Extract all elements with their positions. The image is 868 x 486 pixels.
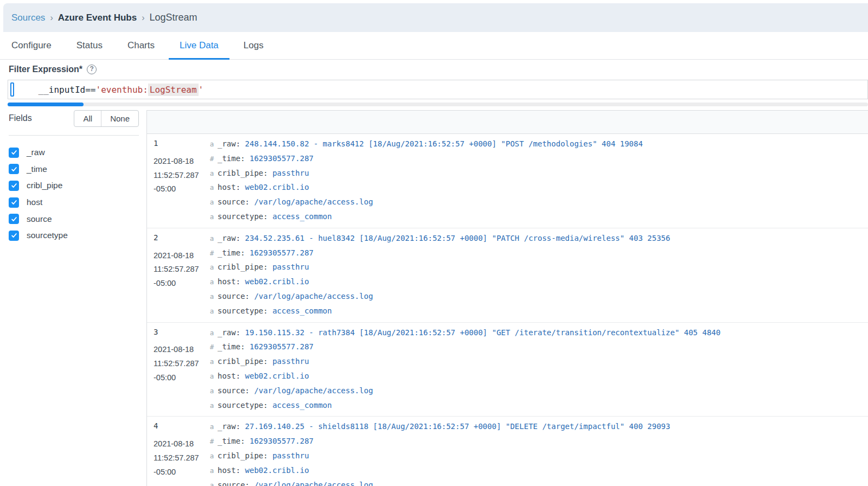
filter-expression-label: Filter Expression* <box>9 65 82 74</box>
select-none-button[interactable]: None <box>101 111 138 126</box>
string-type-icon: a <box>208 478 215 486</box>
fields-divider <box>9 135 139 136</box>
event-field-sourcetype: asourcetype: access_common <box>208 209 868 224</box>
checkbox-raw[interactable] <box>9 148 19 158</box>
event-meta: 22021-08-1811:52:57.287-05:00 <box>147 231 208 318</box>
fields-panel: Fields All None _raw_timecribl_pipehosts… <box>9 109 139 244</box>
event-list: 12021-08-1811:52:57.287-05:00a_raw: 248.… <box>147 134 868 486</box>
field-value: passthru <box>272 357 309 366</box>
event-date: 2021-08-18 <box>154 437 208 451</box>
help-icon[interactable]: ? <box>87 65 97 74</box>
tab-configure[interactable]: Configure <box>1 32 62 59</box>
checkbox-time[interactable] <box>9 164 19 174</box>
field-label-host: host <box>27 197 42 207</box>
checkbox-host[interactable] <box>9 197 19 208</box>
filter-expression-input[interactable]: __inputId=='eventhub:LogStream' <box>8 80 868 99</box>
check-icon <box>11 199 17 206</box>
field-name: host: <box>218 466 245 475</box>
event-field-host: ahost: web02.cribl.io <box>208 369 868 383</box>
breadcrumb-item-azure-event-hubs: Azure Event Hubs <box>58 12 137 23</box>
field-name: host: <box>218 183 245 191</box>
field-name: cribl_pipe: <box>218 451 272 460</box>
event-field-host: ahost: web02.cribl.io <box>208 274 868 289</box>
field-name: sourcetype: <box>218 401 272 410</box>
event-row-3[interactable]: 32021-08-1811:52:57.287-05:00a_raw: 19.1… <box>147 323 868 417</box>
breadcrumb-item-sources[interactable]: Sources <box>11 12 45 23</box>
filter-expression-highlight: LogStream <box>148 84 199 96</box>
field-name: cribl_pipe: <box>218 357 272 366</box>
events-panel: 12021-08-1811:52:57.287-05:00a_raw: 248.… <box>146 110 868 486</box>
filter-expression-string-open: 'eventhub: <box>96 85 148 95</box>
string-type-icon: a <box>208 369 215 383</box>
field-name: _raw: <box>218 139 245 148</box>
string-type-icon: a <box>208 290 215 304</box>
event-fields: a_raw: 234.52.235.61 - huel8342 [18/Aug/… <box>208 231 868 318</box>
checkbox-sourcetype[interactable] <box>9 231 19 241</box>
field-label-raw: _raw <box>27 148 45 157</box>
field-toggle-sourcetype[interactable]: sourcetype <box>9 227 139 244</box>
number-type-icon: # <box>208 434 215 449</box>
string-type-icon: a <box>208 137 215 151</box>
field-value: 19.150.115.32 - rath7384 [18/Aug/2021:16… <box>245 328 721 337</box>
tab-status[interactable]: Status <box>66 32 113 59</box>
field-toggle-time[interactable]: _time <box>9 161 139 178</box>
event-date: 2021-08-18 <box>154 249 208 263</box>
event-field-raw: a_raw: 19.150.115.32 - rath7384 [18/Aug/… <box>208 325 868 340</box>
string-type-icon: a <box>208 210 215 224</box>
capture-progress-fill <box>8 103 84 106</box>
field-name: _time: <box>218 342 250 351</box>
checkbox-cribl-pipe[interactable] <box>9 181 19 191</box>
tab-live-data[interactable]: Live Data <box>169 32 229 59</box>
event-field-cribl-pipe: acribl_pipe: passthru <box>208 449 868 463</box>
string-type-icon: a <box>208 449 215 463</box>
event-time: 11:52:57.287 <box>154 263 208 277</box>
string-type-icon: a <box>208 232 215 246</box>
breadcrumb-separator: › <box>142 13 144 23</box>
breadcrumb-separator: › <box>50 13 53 23</box>
field-value: access_common <box>272 212 332 221</box>
events-header <box>147 111 868 134</box>
event-field-time: #_time: 1629305577.287 <box>208 246 868 260</box>
tab-charts[interactable]: Charts <box>117 32 165 59</box>
field-name: cribl_pipe: <box>218 263 272 271</box>
event-date: 2021-08-18 <box>154 155 208 169</box>
event-timezone: -05:00 <box>154 371 208 385</box>
event-number: 3 <box>154 325 208 340</box>
event-row-1[interactable]: 12021-08-1811:52:57.287-05:00a_raw: 248.… <box>147 134 868 228</box>
checkbox-source[interactable] <box>9 214 19 224</box>
field-value: passthru <box>272 451 309 460</box>
field-name: source: <box>218 386 254 395</box>
event-number: 2 <box>154 231 208 245</box>
event-timezone: -05:00 <box>154 465 208 479</box>
event-meta: 12021-08-1811:52:57.287-05:00 <box>147 137 208 224</box>
event-row-4[interactable]: 42021-08-1811:52:57.287-05:00a_raw: 27.1… <box>147 417 868 486</box>
string-type-icon: a <box>208 420 215 434</box>
event-row-2[interactable]: 22021-08-1811:52:57.287-05:00a_raw: 234.… <box>147 228 868 323</box>
event-field-time: #_time: 1629305577.287 <box>208 434 868 449</box>
tab-logs[interactable]: Logs <box>233 32 275 59</box>
breadcrumb-bar: Sources›Azure Event Hubs›LogStream <box>3 3 868 32</box>
tab-bar: ConfigureStatusChartsLive DataLogs <box>0 32 868 60</box>
fields-panel-title: Fields <box>9 113 32 123</box>
field-name: source: <box>218 292 254 300</box>
field-toggle-raw[interactable]: _raw <box>9 144 139 161</box>
field-value: 1629305577.287 <box>250 342 314 351</box>
select-all-button[interactable]: All <box>74 111 101 126</box>
string-type-icon: a <box>208 195 215 209</box>
event-time: 11:52:57.287 <box>154 169 208 183</box>
field-toggle-source[interactable]: source <box>9 210 139 227</box>
field-value: 1629305577.287 <box>250 437 314 445</box>
event-timezone: -05:00 <box>154 182 208 196</box>
breadcrumb: Sources›Azure Event Hubs›LogStream <box>11 12 197 23</box>
field-value: /var/log/apache/access.log <box>254 386 373 395</box>
filter-expression-plain: __inputId== <box>39 85 96 95</box>
field-list: _raw_timecribl_pipehostsourcesourcetype <box>9 144 139 244</box>
field-name: _time: <box>218 437 250 445</box>
field-name: source: <box>218 481 254 486</box>
field-value: passthru <box>272 169 309 177</box>
event-field-cribl-pipe: acribl_pipe: passthru <box>208 354 868 369</box>
field-value: /var/log/apache/access.log <box>254 292 373 300</box>
string-type-icon: a <box>208 260 215 274</box>
field-toggle-host[interactable]: host <box>9 194 139 211</box>
field-toggle-cribl-pipe[interactable]: cribl_pipe <box>9 177 139 194</box>
